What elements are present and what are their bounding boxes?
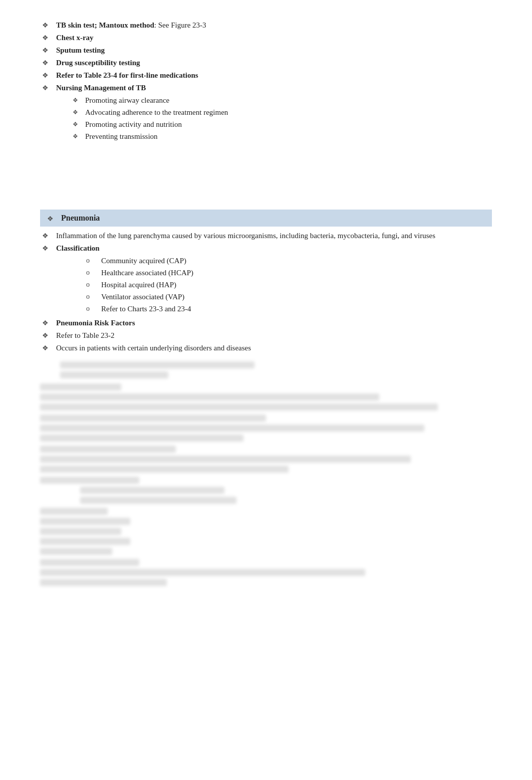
nursing-sub-list: ❖ Promoting airway clearance ❖ Advocatin…	[56, 95, 492, 142]
nursing-management-item: ❖ Nursing Management of TB ❖ Promoting a…	[40, 83, 492, 143]
sub-text-2: Advocating adherence to the treatment re…	[85, 107, 492, 118]
diamond-icon-5: ❖	[40, 71, 50, 80]
pneumonia-header: ❖ Pneumonia	[40, 210, 492, 227]
class-sub-text-3: Hospital acquired (HAP)	[101, 280, 492, 290]
classification-item: ❖ Classification o Community acquired (C…	[40, 243, 492, 316]
o-marker-5: o	[86, 304, 94, 314]
sub-diamond-icon-2: ❖	[71, 108, 79, 117]
drug-susceptibility-item: ❖ Drug susceptibility testing	[40, 58, 492, 68]
inflammation-item: ❖ Inflammation of the lung parenchyma ca…	[40, 231, 492, 241]
sub-diamond-icon-1: ❖	[71, 96, 79, 105]
diamond-icon-3: ❖	[40, 46, 50, 55]
classification-sub-list: o Community acquired (CAP) o Healthcare …	[56, 256, 492, 314]
sub-text-4: Preventing transmission	[85, 131, 492, 142]
class-sub-5: o Refer to Charts 23-3 and 23-4	[56, 304, 492, 314]
tb-skin-test-item: ❖ TB skin test; Mantoux method: See Figu…	[40, 20, 492, 31]
pneumonia-title: Pneumonia	[61, 213, 487, 224]
inflammation-text: Inflammation of the lung parenchyma caus…	[56, 231, 492, 241]
sub-text-3: Promoting activity and nutrition	[85, 119, 492, 130]
drug-susceptibility-text: Drug susceptibility testing	[56, 58, 492, 68]
pneumonia-diamond-icon: ❖	[45, 215, 55, 223]
tb-skin-test-bold: TB skin test; Mantoux method	[56, 21, 154, 29]
class-sub-1: o Community acquired (CAP)	[56, 256, 492, 266]
refer-table-23-2-text: Refer to Table 23-2	[56, 330, 492, 341]
pneumonia-diamond-6: ❖	[40, 344, 50, 352]
sub-text-1: Promoting airway clearance	[85, 95, 492, 106]
refer-table-text: Refer to Table 23-4 for first-line medic…	[56, 70, 492, 81]
class-sub-4: o Ventilator associated (VAP)	[56, 292, 492, 302]
classification-bold: Classification	[56, 244, 100, 252]
class-sub-text-1: Community acquired (CAP)	[101, 256, 492, 266]
sub-diamond-icon-3: ❖	[71, 120, 79, 129]
risk-factors-text: Pneumonia Risk Factors	[56, 318, 492, 328]
diamond-icon-6: ❖	[40, 84, 50, 92]
sputum-testing-text: Sputum testing	[56, 45, 492, 56]
large-spacer	[40, 149, 492, 210]
o-marker-1: o	[86, 256, 94, 266]
tb-skin-test-normal: : See Figure 23-3	[154, 21, 206, 29]
nursing-management-text: Nursing Management of TB ❖ Promoting air…	[56, 83, 492, 143]
sub-item-1: ❖ Promoting airway clearance	[56, 95, 492, 106]
pneumonia-diamond-5: ❖	[40, 331, 50, 340]
o-marker-2: o	[86, 268, 94, 278]
class-sub-text-2: Healthcare associated (HCAP)	[101, 268, 492, 278]
refer-table-item: ❖ Refer to Table 23-4 for first-line med…	[40, 70, 492, 81]
sub-item-4: ❖ Preventing transmission	[56, 131, 492, 142]
class-sub-3: o Hospital acquired (HAP)	[56, 280, 492, 290]
sub-diamond-icon-4: ❖	[71, 132, 79, 141]
sub-item-2: ❖ Advocating adherence to the treatment …	[56, 107, 492, 118]
pneumonia-diamond-4: ❖	[40, 319, 50, 327]
tb-bullet-list: ❖ TB skin test; Mantoux method: See Figu…	[40, 20, 492, 143]
diamond-icon-1: ❖	[40, 21, 50, 30]
blurred-content	[40, 361, 492, 586]
diamond-icon-2: ❖	[40, 34, 50, 42]
sub-item-3: ❖ Promoting activity and nutrition	[56, 119, 492, 130]
risk-factors-item: ❖ Pneumonia Risk Factors	[40, 318, 492, 328]
chest-xray-text: Chest x-ray	[56, 33, 492, 43]
sputum-testing-item: ❖ Sputum testing	[40, 45, 492, 56]
nursing-management-bold: Nursing Management of TB	[56, 84, 146, 92]
class-sub-text-5: Refer to Charts 23-3 and 23-4	[101, 304, 492, 314]
classification-text: Classification o Community acquired (CAP…	[56, 243, 492, 316]
chest-xray-item: ❖ Chest x-ray	[40, 33, 492, 43]
class-sub-text-4: Ventilator associated (VAP)	[101, 292, 492, 302]
occurs-item: ❖ Occurs in patients with certain underl…	[40, 343, 492, 353]
pneumonia-diamond-2: ❖	[40, 232, 50, 240]
o-marker-4: o	[86, 292, 94, 302]
tb-section: ❖ TB skin test; Mantoux method: See Figu…	[40, 20, 492, 143]
class-sub-2: o Healthcare associated (HCAP)	[56, 268, 492, 278]
pneumonia-section: ❖ Pneumonia ❖ Inflammation of the lung p…	[40, 210, 492, 586]
refer-table-23-2-item: ❖ Refer to Table 23-2	[40, 330, 492, 341]
occurs-text: Occurs in patients with certain underlyi…	[56, 343, 492, 353]
diamond-icon-4: ❖	[40, 59, 50, 67]
tb-skin-test-text: TB skin test; Mantoux method: See Figure…	[56, 20, 492, 31]
o-marker-3: o	[86, 280, 94, 290]
pneumonia-bullet-list: ❖ Inflammation of the lung parenchyma ca…	[40, 231, 492, 353]
pneumonia-diamond-3: ❖	[40, 244, 50, 253]
